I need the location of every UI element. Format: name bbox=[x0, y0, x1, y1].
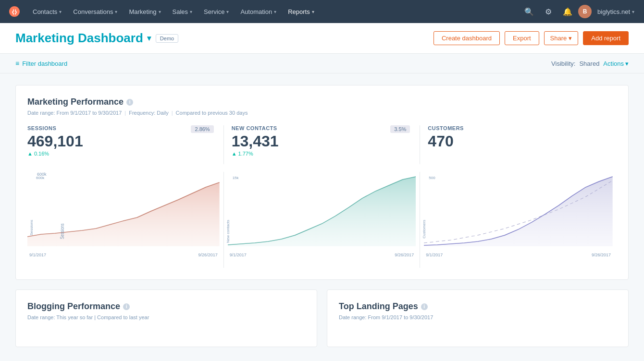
customers-chart: 500 Customers 9/1/2017 9/26/2017 bbox=[420, 172, 617, 268]
chart2-x-labels: 9/1/2017 9/26/2017 bbox=[228, 253, 416, 257]
sessions-chart: 600k Sessions 600k bbox=[27, 172, 224, 268]
chevron-down-icon: ▾ bbox=[226, 9, 229, 14]
nav-reports[interactable]: Reports ▾ bbox=[282, 0, 320, 23]
chevron-down-icon: ▾ bbox=[625, 60, 629, 67]
blogging-performance-card: Blogging Performance i Date range: This … bbox=[15, 289, 317, 347]
contacts-badge: 3.5% bbox=[390, 125, 410, 133]
create-dashboard-button[interactable]: Create dashboard bbox=[433, 31, 500, 45]
info-icon[interactable]: i bbox=[123, 303, 130, 310]
nav-right-actions: 🔍 ⚙ 🔔 B biglytics.net ▾ bbox=[520, 3, 638, 20]
chevron-down-icon: ▾ bbox=[632, 9, 634, 14]
bottom-row: Blogging Performance i Date range: This … bbox=[15, 289, 629, 347]
chevron-down-icon: ▾ bbox=[59, 9, 62, 14]
landing-pages-meta: Date range: From 9/1/2017 to 9/30/2017 bbox=[339, 314, 617, 320]
chevron-down-icon: ▾ bbox=[274, 9, 276, 14]
info-icon[interactable]: i bbox=[421, 303, 428, 310]
sessions-metric: SESSIONS 469,101 ▲ 0.16% 2.86% bbox=[27, 125, 224, 164]
share-button[interactable]: Share ▾ bbox=[544, 31, 579, 45]
nav-conversations[interactable]: Conversations ▾ bbox=[67, 0, 123, 23]
contacts-metric: NEW CONTACTS 13,431 ▲ 1.77% 3.5% bbox=[224, 125, 421, 164]
demo-badge: Demo bbox=[156, 34, 178, 43]
sessions-badge: 2.86% bbox=[191, 125, 213, 133]
top-navigation: Contacts ▾ Conversations ▾ Marketing ▾ S… bbox=[0, 0, 644, 23]
hubspot-logo[interactable] bbox=[6, 3, 23, 20]
card-title: Marketing Performance i bbox=[27, 97, 617, 107]
main-content: Marketing Performance i Date range: From… bbox=[0, 73, 644, 359]
header-actions: Create dashboard Export Share ▾ Add repo… bbox=[433, 31, 629, 45]
marketing-performance-card: Marketing Performance i Date range: From… bbox=[15, 85, 629, 280]
top-landing-pages-card: Top Landing Pages i Date range: From 9/1… bbox=[327, 289, 629, 347]
filter-dashboard-button[interactable]: ≡ Filter dashboard bbox=[15, 60, 67, 67]
charts-row: 600k Sessions 600k bbox=[27, 172, 617, 268]
svg-marker-4 bbox=[424, 177, 613, 246]
svg-marker-1 bbox=[27, 182, 220, 246]
notifications-button[interactable]: 🔔 bbox=[559, 3, 576, 20]
nav-sales[interactable]: Sales ▾ bbox=[167, 0, 198, 23]
header-left: Marketing Dashboard ▾ Demo bbox=[15, 31, 178, 46]
chevron-down-icon: ▾ bbox=[312, 9, 314, 14]
svg-point-0 bbox=[9, 6, 20, 17]
nav-service[interactable]: Service ▾ bbox=[198, 0, 235, 23]
settings-button[interactable]: ⚙ bbox=[540, 3, 557, 20]
blogging-title: Blogging Performance i bbox=[27, 301, 305, 312]
customers-metric: CUSTOMERS 470 bbox=[420, 125, 617, 164]
chart1-y-label: Sessions bbox=[29, 220, 34, 235]
page-title: Marketing Dashboard ▾ bbox=[15, 31, 151, 46]
user-avatar[interactable]: B bbox=[578, 5, 592, 18]
metrics-row: SESSIONS 469,101 ▲ 0.16% 2.86% NEW CONTA… bbox=[27, 125, 617, 164]
user-account[interactable]: biglytics.net ▾ bbox=[594, 8, 638, 15]
chart2-y-label: New contacts bbox=[226, 220, 230, 243]
page-header: Marketing Dashboard ▾ Demo Create dashbo… bbox=[0, 23, 644, 54]
filter-right: Visibility: Shared Actions ▾ bbox=[551, 60, 629, 67]
nav-items: Contacts ▾ Conversations ▾ Marketing ▾ S… bbox=[27, 0, 520, 23]
nav-contacts[interactable]: Contacts ▾ bbox=[27, 0, 67, 23]
svg-marker-3 bbox=[228, 177, 416, 246]
filter-icon: ≡ bbox=[15, 60, 19, 67]
chevron-down-icon: ▾ bbox=[569, 35, 572, 42]
visibility-value: Shared bbox=[579, 60, 599, 67]
filter-bar: ≡ Filter dashboard Visibility: Shared Ac… bbox=[0, 54, 644, 73]
blogging-meta: Date range: This year so far | Compared … bbox=[27, 314, 305, 320]
export-button[interactable]: Export bbox=[505, 31, 539, 45]
chevron-down-icon: ▾ bbox=[159, 9, 161, 14]
title-chevron-icon[interactable]: ▾ bbox=[147, 34, 151, 43]
visibility-label: Visibility: bbox=[551, 60, 575, 67]
contacts-change: ▲ 1.77% bbox=[232, 151, 412, 156]
chevron-down-icon: ▾ bbox=[115, 9, 117, 14]
add-report-button[interactable]: Add report bbox=[583, 31, 629, 45]
card-meta: Date range: From 9/1/2017 to 9/30/2017 |… bbox=[27, 110, 617, 116]
contacts-chart: 15k New contacts 9/1/2017 9/26/2017 bbox=[224, 172, 421, 268]
nav-marketing[interactable]: Marketing ▾ bbox=[123, 0, 166, 23]
nav-automation[interactable]: Automation ▾ bbox=[235, 0, 282, 23]
chart1-x-labels: 9/1/2017 9/26/2017 bbox=[27, 253, 220, 257]
landing-pages-title: Top Landing Pages i bbox=[339, 301, 617, 312]
svg-text:Sessions: Sessions bbox=[59, 224, 65, 239]
chart3-x-labels: 9/1/2017 9/26/2017 bbox=[424, 253, 613, 257]
info-icon[interactable]: i bbox=[126, 99, 133, 106]
sessions-change: ▲ 0.16% bbox=[27, 151, 216, 156]
chart3-y-label: Customers bbox=[422, 220, 426, 239]
search-button[interactable]: 🔍 bbox=[520, 3, 538, 20]
chevron-down-icon: ▾ bbox=[190, 9, 192, 14]
actions-dropdown[interactable]: Actions ▾ bbox=[603, 60, 629, 67]
